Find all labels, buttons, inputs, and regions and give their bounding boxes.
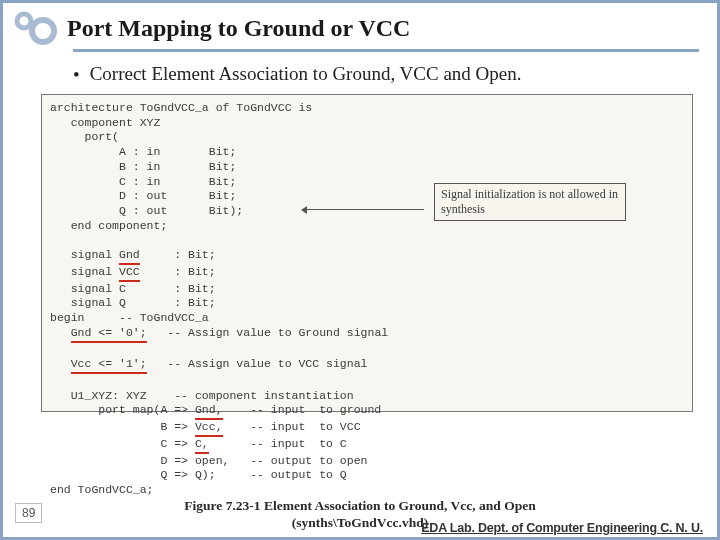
code-line: end ToGndVCC_a; [50, 483, 154, 496]
code-line: signal C : Bit; [50, 282, 216, 295]
code-line: -- input to C [209, 437, 347, 450]
code-line: B => [50, 420, 195, 433]
callout-arrow [306, 209, 424, 210]
code-block: architecture ToGndVCC_a of ToGndVCC is c… [50, 101, 684, 498]
svg-point-1 [32, 20, 54, 42]
code-line: port( [50, 130, 119, 143]
assign-gnd: Gnd <= '0'; [71, 326, 147, 343]
slide-container: Port Mapping to Ground or VCC • Correct … [0, 0, 720, 540]
footer-text: EDA Lab. Dept. of Computer Engineering C… [421, 521, 703, 535]
code-line: : Bit; [140, 265, 216, 278]
slide-title: Port Mapping to Ground or VCC [67, 15, 410, 42]
code-line: B : in Bit; [50, 160, 236, 173]
code-line: C => [50, 437, 195, 450]
map-c: C, [195, 437, 209, 454]
signal-vcc: VCC [119, 265, 140, 282]
bullet-item: • Correct Element Association to Ground,… [73, 62, 677, 86]
code-line: begin -- ToGndVCC_a [50, 311, 209, 324]
callout-box: Signal initialization is not allowed in … [434, 183, 626, 221]
code-line: architecture ToGndVCC_a of ToGndVCC is [50, 101, 312, 114]
code-line: U1_XYZ: XYZ -- component instantiation [50, 389, 354, 402]
code-line: D : out Bit; [50, 189, 236, 202]
code-line: end component; [50, 219, 167, 232]
code-line: : Bit; [140, 248, 216, 261]
code-line: Q => Q); -- output to Q [50, 468, 347, 481]
code-line: signal Q : Bit; [50, 296, 216, 309]
svg-point-0 [17, 14, 31, 28]
code-line: component XYZ [50, 116, 160, 129]
title-underline [73, 49, 699, 52]
code-line: signal [50, 248, 119, 261]
page-number: 89 [15, 503, 42, 523]
code-line: -- input to ground [223, 403, 382, 416]
code-line: -- Assign value to VCC signal [147, 357, 368, 370]
caption-line-1: Figure 7.23-1 Element Association to Gro… [3, 498, 717, 515]
code-line: D => open, -- output to open [50, 454, 367, 467]
title-row: Port Mapping to Ground or VCC [3, 3, 717, 49]
code-line: C : in Bit; [50, 175, 236, 188]
code-line: port map(A => [50, 403, 195, 416]
assign-vcc: Vcc <= '1'; [71, 357, 147, 374]
logo-icon [13, 11, 59, 45]
code-line: signal [50, 265, 119, 278]
code-line [50, 357, 71, 370]
code-line: A : in Bit; [50, 145, 236, 158]
code-figure: Signal initialization is not allowed in … [41, 94, 693, 412]
bullet-text: Correct Element Association to Ground, V… [90, 62, 522, 86]
map-gnd: Gnd, [195, 403, 223, 420]
signal-gnd: Gnd [119, 248, 140, 265]
code-line: Q : out Bit); [50, 204, 243, 217]
code-line: -- Assign value to Ground signal [147, 326, 389, 339]
bullet-marker: • [73, 62, 80, 86]
code-line [50, 326, 71, 339]
map-vcc: Vcc, [195, 420, 223, 437]
code-line: -- input to VCC [223, 420, 361, 433]
